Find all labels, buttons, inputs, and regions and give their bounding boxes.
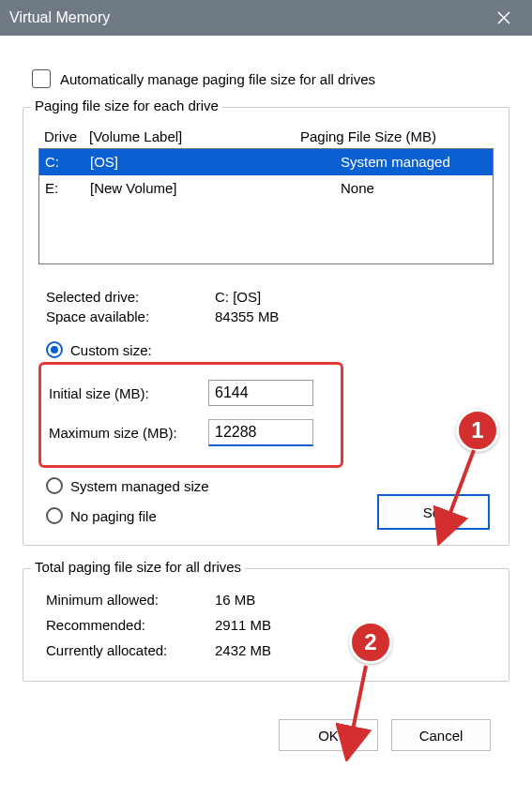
selected-drive-row: Selected drive: C: [OS] [46,289,494,305]
space-available-label: Space available: [46,308,215,324]
title-bar: Virtual Memory [0,0,532,36]
radio-custom-label: Custom size: [70,342,152,358]
radio-system-managed[interactable]: System managed size [46,477,494,494]
recommended-label: Recommended: [46,617,215,633]
minimum-allowed-label: Minimum allowed: [46,592,215,608]
set-button[interactable]: Set [377,494,490,530]
maximum-size-row: Maximum size (MB): [49,419,333,446]
drive-size: None [299,177,487,200]
space-available-value: 84355 MB [215,308,494,324]
maximum-size-input[interactable] [208,419,313,446]
maximum-size-label: Maximum size (MB): [49,425,208,441]
drive-row-e[interactable]: E: [New Volume] None [39,175,493,202]
drive-letter: E: [45,177,90,200]
col-head-drive: Drive [44,128,89,144]
cancel-button[interactable]: Cancel [391,719,491,751]
dialog-buttons: OK Cancel [23,704,509,751]
selected-drive-value: C: [OS] [215,289,494,305]
total-paging-legend: Total paging file size for all drives [31,559,245,575]
col-head-size: Paging File Size (MB) [300,128,488,144]
radio-custom-dot[interactable] [46,341,63,358]
drive-letter: C: [45,151,90,173]
space-available-row: Space available: 84355 MB [46,308,494,324]
initial-size-input[interactable] [208,380,313,406]
recommended-row: Recommended: 2911 MB [46,617,494,633]
drive-label: [OS] [90,151,299,173]
custom-size-highlight: Initial size (MB): Maximum size (MB): [38,362,343,468]
drive-size: System managed [299,151,487,173]
minimum-allowed-value: 16 MB [215,592,494,608]
paging-per-drive-group: Paging file size for each drive Drive [V… [23,107,509,546]
selected-drive-label: Selected drive: [46,289,215,305]
close-button[interactable] [485,0,523,36]
auto-manage-checkbox[interactable] [32,69,51,88]
ok-button[interactable]: OK [279,719,378,751]
currently-allocated-label: Currently allocated: [46,642,215,658]
radio-custom-size[interactable]: Custom size: [46,341,494,358]
currently-allocated-row: Currently allocated: 2432 MB [46,642,494,658]
annotation-badge-2: 2 [349,621,392,664]
close-icon [497,11,510,24]
total-paging-group: Total paging file size for all drives Mi… [23,568,509,682]
minimum-allowed-row: Minimum allowed: 16 MB [46,592,494,608]
radio-sysman-dot[interactable] [46,477,63,494]
annotation-badge-1: 1 [456,409,499,452]
auto-manage-row[interactable]: Automatically manage paging file size fo… [32,69,509,88]
radio-sysman-label: System managed size [70,478,209,494]
window-title: Virtual Memory [9,9,485,26]
auto-manage-label: Automatically manage paging file size fo… [60,71,375,87]
col-head-label: [Volume Label] [89,128,300,144]
initial-size-row: Initial size (MB): [49,380,333,406]
initial-size-label: Initial size (MB): [49,385,208,401]
radio-nopage-label: No paging file [70,508,157,524]
drive-label: [New Volume] [90,177,299,200]
paging-per-drive-legend: Paging file size for each drive [31,98,222,113]
drive-row-c[interactable]: C: [OS] System managed [39,149,493,175]
radio-nopage-dot[interactable] [46,507,63,524]
drive-list[interactable]: C: [OS] System managed E: [New Volume] N… [38,148,494,264]
drive-list-header: Drive [Volume Label] Paging File Size (M… [38,125,494,148]
